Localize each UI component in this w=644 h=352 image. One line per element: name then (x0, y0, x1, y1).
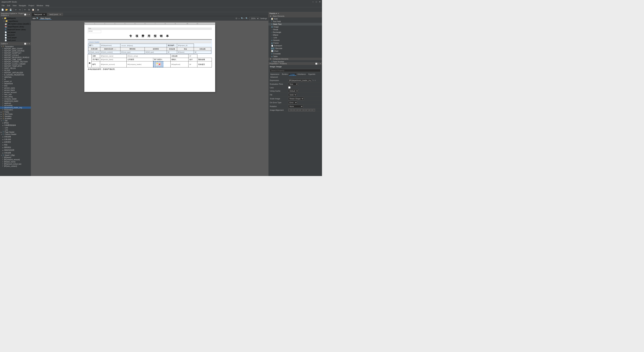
palette-line[interactable]: —Line (268, 36, 322, 39)
window-controls[interactable]: ─ □ ✕ (312, 1, 321, 3)
menu-help[interactable]: Help (44, 4, 50, 7)
palette-image[interactable]: 🖼Image (268, 26, 322, 28)
tab-borders[interactable]: Borders (281, 73, 289, 76)
problems-tab-btn[interactable]: Problems (280, 63, 287, 65)
tab-image[interactable]: Image (289, 73, 296, 76)
fill-select[interactable]: Solid (288, 93, 297, 96)
outline-scriptlets-folder[interactable]: ▶S Scriptlets (0, 117, 31, 120)
outline-id-field[interactable]: ■ $P{id} (0, 122, 31, 124)
lazy-checkbox[interactable] (288, 86, 290, 89)
align-middle-center[interactable]: ⊙ (300, 109, 303, 111)
main-report-tab[interactable]: Main Report (40, 17, 52, 20)
outline-department-leader[interactable]: P department_leader (0, 100, 31, 102)
outline-fields-folder[interactable]: ▶F Fields (0, 111, 31, 113)
new-btn[interactable]: 📄 (1, 8, 4, 12)
repo-item-test-jrxml[interactable]: 📄 test.jrxml (0, 34, 31, 36)
zoom-select[interactable]: 250% 200% 150% 100% 75% (250, 17, 259, 20)
align-middle-right[interactable]: → (304, 109, 306, 111)
outline-icon-3[interactable]: ✕ (28, 43, 30, 45)
outline-report-locale[interactable]: P REPORT_LOCALE (0, 54, 31, 56)
dept-leader-image[interactable] (153, 61, 163, 67)
open-btn[interactable]: 📂 (5, 8, 8, 12)
outline-sort-fields-folder[interactable]: ▶S Sort Fields (0, 113, 31, 115)
palette-frame[interactable]: ▣Frame (268, 42, 322, 44)
palette-page-number[interactable]: #Page Number (268, 60, 322, 62)
outline-reim-string[interactable]: P reim_string (0, 96, 31, 98)
outline-title-text[interactable]: ■ 专项费用报销单 (0, 124, 31, 127)
outline-task-name-field[interactable]: F $F{task_name} (0, 161, 31, 163)
properties-tab-btn[interactable]: Properties ▾ (270, 63, 278, 65)
props-max[interactable]: □ (318, 63, 319, 65)
menu-project[interactable]: Project (28, 4, 35, 7)
palette-static-text[interactable]: AStatic Text (268, 23, 322, 26)
zoom-out-icon[interactable]: 🔍- (246, 17, 248, 20)
outline-page-header[interactable]: ▶P Page Header (0, 131, 31, 133)
cut-btn[interactable]: ✂ (23, 8, 27, 12)
property-search-input[interactable] (270, 69, 321, 72)
outline-report-class-loader[interactable]: P REPORT_CLASS_LOADER (0, 63, 31, 65)
align-top-right[interactable]: ↗ (294, 109, 297, 111)
palette-barcode[interactable]: ▌▌▌Barcode (268, 47, 322, 50)
tab-test-jrxml[interactable]: *test.jrxml ✕ (32, 13, 47, 16)
outline-line-1[interactable]: — Line (0, 127, 31, 129)
repo-item-myreports[interactable]: ▼ 📁 MyReports (0, 17, 31, 20)
outline-untaxed[interactable]: ■ 未税金额 (0, 135, 31, 138)
palette-chart[interactable]: 📊Chart (268, 50, 322, 52)
menu-file[interactable]: File (1, 4, 6, 7)
tab-test2-jrxml[interactable]: test2.jrxml ✕ (47, 13, 63, 16)
align-bottom-right[interactable]: ↘ (312, 109, 315, 111)
outline-time[interactable]: P time (0, 85, 31, 87)
scale-image-select[interactable]: Retain Shape Clip Fill Frame (288, 97, 304, 100)
basic-elements-header[interactable]: ▼ Basic Elements (268, 15, 322, 18)
outline-parameter1[interactable]: P Parameter1 (0, 109, 31, 111)
tab-hyperlink[interactable]: Hyperlink (307, 73, 316, 76)
align-middle-left[interactable]: ← (297, 109, 300, 111)
undo-btn[interactable]: ↩ (14, 8, 18, 12)
outline-persion-name[interactable]: P persion_name (0, 87, 31, 89)
param-id-field[interactable]: $P{id} (88, 30, 101, 33)
expression-edit-btn[interactable]: ✎ (312, 80, 314, 81)
repo-item-test2-jasper[interactable]: 📄 test2.jasper (0, 36, 31, 39)
tab-appearance[interactable]: Appearance (269, 73, 280, 76)
maximize-btn[interactable]: □ (316, 1, 317, 3)
align-top-left[interactable]: ↖ (288, 109, 291, 111)
outline-params-folder[interactable]: ▼P Parameters (0, 45, 31, 48)
outline-untaxed-amount[interactable]: F $F{untaxed_amount} (0, 159, 31, 161)
align-bottom-left[interactable]: ↙ (306, 109, 309, 111)
repo-item-jre[interactable]: ☕ JRE System Library [JavaSE-11] (0, 23, 31, 25)
outline-cost-type[interactable]: ■ 费用类别 (0, 146, 31, 149)
redo-btn[interactable]: ↪ (18, 8, 22, 12)
zoom-in-icon[interactable]: 🔍+ (241, 17, 244, 20)
outline-title-folder[interactable]: ▼T Title (0, 120, 31, 122)
palette-close[interactable]: ✕ (278, 13, 279, 15)
outline-icon-1[interactable]: ⬜ (24, 43, 26, 45)
outline-sort-fields-param[interactable]: P SORT_FIELDS (0, 67, 31, 70)
tab-test-close[interactable]: ✕ (44, 14, 45, 16)
outline-column-header-folder[interactable]: ▼C Column Header (0, 133, 31, 135)
palette-crosstab[interactable]: ⊞Crosstab (268, 52, 322, 55)
outline-accounting[interactable]: P accounting (0, 104, 31, 107)
outline-company-leader[interactable]: P company_leader (0, 98, 31, 100)
outline-report-max-count[interactable]: P REPORT_MAX_COUNT (0, 48, 31, 50)
outline-report-resource-bundle[interactable]: P REPORT_RESOURCE_BUNDLE (0, 56, 31, 59)
using-cache-select[interactable]: Default True False (288, 89, 298, 93)
outline-report-virtualizer[interactable]: P REPORT_VIRTUALIZER (0, 72, 31, 74)
props-close[interactable]: ✕ (320, 63, 321, 65)
outline-tax[interactable]: ■ 税金 (0, 143, 31, 146)
dept-leader-img-cell[interactable] (153, 61, 170, 68)
outline-project-id[interactable]: P project_id (0, 80, 31, 83)
repo-icon-1[interactable]: ⬜ (24, 14, 26, 16)
outline-variables-folder[interactable]: ▶V Variables (0, 115, 31, 117)
expression-clear-btn[interactable]: ✕ (314, 80, 316, 81)
outline-amount-includ-tax[interactable]: F $F{amount_includ_tax} (0, 163, 31, 165)
palette-note[interactable]: 📝Note (268, 18, 322, 20)
menu-window[interactable]: Window (36, 4, 44, 7)
repo-item-jasperreports-lib[interactable]: 📚 JasperReports Library (0, 25, 31, 28)
palette-text-field[interactable]: TText Field (268, 20, 322, 23)
outline-ignore-pagination[interactable]: P B_IGNORE_PAGINATION (0, 74, 31, 76)
outline-report-data-source[interactable]: P REPORT_DATA_SOURCE (0, 50, 31, 52)
outline-id[interactable]: P id (0, 78, 31, 80)
palette-rectangle[interactable]: □Rectangle (268, 31, 322, 34)
outline-report-scriptlet[interactable]: P REPORT_SCRIPTLET (0, 52, 31, 54)
outline-bill-type[interactable]: ■ 发票类型 (0, 141, 31, 143)
